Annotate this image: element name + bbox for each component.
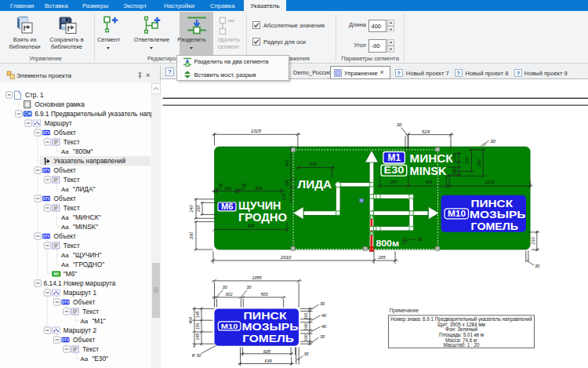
svg-text:30: 30 <box>490 139 495 144</box>
svg-text:МОЗЫРЬ: МОЗЫРЬ <box>470 209 526 220</box>
svg-text:30: 30 <box>396 122 401 127</box>
svg-text:Маршрут 2: Маршрут 2 <box>64 326 97 334</box>
svg-text:Объект: Объект <box>73 298 95 306</box>
svg-text:Aa: Aa <box>61 252 69 259</box>
svg-text:Маршрут 1: Маршрут 1 <box>64 289 97 297</box>
svg-text:529: 529 <box>421 129 430 134</box>
svg-text:МОЗЫРЬ: МОЗЫРЬ <box>241 321 299 333</box>
svg-text:968: 968 <box>247 224 255 228</box>
svg-text:Текст: Текст <box>82 345 99 353</box>
svg-text:30: 30 <box>319 334 325 339</box>
svg-text:145: 145 <box>194 311 199 318</box>
svg-text:ГОМЕЛЬ: ГОМЕЛЬ <box>242 333 294 344</box>
svg-text:418: 418 <box>309 162 317 166</box>
svg-text:МИНСК: МИНСК <box>409 151 453 165</box>
svg-text:100: 100 <box>303 323 308 330</box>
svg-text:M6: M6 <box>53 271 59 276</box>
svg-text:"М6": "М6" <box>64 270 77 278</box>
svg-text:ПИНСК: ПИНСК <box>243 310 287 322</box>
svg-text:ЛИДА: ЛИДА <box>297 177 332 191</box>
svg-text:Объект: Объект <box>54 232 76 240</box>
svg-text:503: 503 <box>260 292 268 297</box>
svg-text:145: 145 <box>194 333 199 341</box>
svg-text:OTV: OTV <box>62 338 69 342</box>
svg-text:"М1": "М1" <box>92 317 105 325</box>
svg-text:Основная рамка: Основная рамка <box>34 100 85 108</box>
svg-text:"MINSK": "MINSK" <box>73 223 98 231</box>
svg-text:ГРОДНО: ГРОДНО <box>238 210 287 224</box>
svg-text:Текст: Текст <box>64 204 80 212</box>
svg-text:464: 464 <box>187 317 192 324</box>
svg-text:Aa: Aa <box>61 224 69 231</box>
svg-text:150: 150 <box>195 204 200 212</box>
svg-text:2010: 2010 <box>279 255 291 260</box>
svg-text:Объект: Объект <box>54 166 76 174</box>
svg-text:639: 639 <box>264 359 271 363</box>
svg-text:"ЩУЧИН": "ЩУЧИН" <box>73 251 101 259</box>
svg-text:30: 30 <box>534 264 539 268</box>
svg-text:Текст: Текст <box>82 308 99 315</box>
svg-text:Текст: Текст <box>64 242 80 250</box>
svg-text:240: 240 <box>188 204 193 213</box>
svg-text:100: 100 <box>281 192 286 200</box>
svg-text:ГОМЕЛЬ: ГОМЕЛЬ <box>470 220 518 232</box>
svg-text:"Е30": "Е30" <box>92 355 108 363</box>
svg-text:Aa: Aa <box>61 186 69 193</box>
svg-text:40: 40 <box>321 324 326 329</box>
svg-text:"800м": "800м" <box>73 148 93 155</box>
svg-text:Объект: Объект <box>54 195 76 202</box>
svg-text:30: 30 <box>218 183 223 188</box>
svg-text:М1: М1 <box>387 152 401 163</box>
svg-text:6.14.1 Номер маршрута: 6.14.1 Номер маршрута <box>44 279 116 287</box>
svg-text:R 30: R 30 <box>191 353 201 358</box>
svg-text:100: 100 <box>452 154 456 162</box>
svg-text:Примечание: Примечание <box>389 308 419 314</box>
svg-text:"ГРОДНО": "ГРОДНО" <box>73 261 104 268</box>
svg-text:800м: 800м <box>376 239 399 248</box>
svg-text:530: 530 <box>255 186 263 191</box>
svg-text:270: 270 <box>465 156 470 165</box>
svg-text:6.9.1 Предварительный указател: 6.9.1 Предварительный указатель напра <box>34 110 151 118</box>
svg-text:Объект: Объект <box>54 129 76 137</box>
svg-text:ПИНСК: ПИНСК <box>470 198 514 210</box>
svg-text:Aa: Aa <box>61 214 69 221</box>
svg-text:100: 100 <box>303 313 308 320</box>
svg-text:30: 30 <box>319 301 325 306</box>
svg-text:265: 265 <box>377 255 386 260</box>
svg-text:469: 469 <box>425 180 432 184</box>
svg-text:350: 350 <box>188 231 193 239</box>
svg-text:30: 30 <box>246 285 252 290</box>
svg-text:OTV: OTV <box>42 169 49 173</box>
svg-text:Объект: Объект <box>73 336 95 344</box>
svg-text:350: 350 <box>476 158 481 166</box>
svg-text:OTV: OTV <box>42 131 49 135</box>
svg-text:30: 30 <box>417 237 423 242</box>
svg-text:"ЛИДА": "ЛИДА" <box>73 185 96 193</box>
svg-text:Aa: Aa <box>61 148 69 155</box>
svg-text:242: 242 <box>223 186 231 191</box>
svg-text:Масштаб: 1 : 20: Масштаб: 1 : 20 <box>443 342 480 348</box>
svg-text:1025: 1025 <box>250 129 261 133</box>
svg-text:Aa: Aa <box>61 261 69 268</box>
svg-text:30: 30 <box>303 352 309 356</box>
svg-text:30: 30 <box>241 183 246 188</box>
svg-text:150: 150 <box>194 322 199 330</box>
svg-text:Текст: Текст <box>64 176 80 184</box>
svg-text:1055: 1055 <box>252 275 262 280</box>
svg-text:М6: М6 <box>221 202 234 211</box>
svg-text:OTV: OTV <box>42 197 49 201</box>
svg-text:605: 605 <box>263 349 270 354</box>
svg-text:OTV: OTV <box>42 235 49 239</box>
svg-text:Aa: Aa <box>80 318 88 325</box>
svg-text:357: 357 <box>390 180 397 184</box>
svg-text:М10: М10 <box>448 209 466 218</box>
svg-text:"МИНСК": "МИНСК" <box>73 213 101 221</box>
svg-text:400: 400 <box>284 158 289 166</box>
svg-text:210: 210 <box>530 236 535 245</box>
svg-text:Е30: Е30 <box>383 165 404 176</box>
svg-text:40: 40 <box>321 313 326 318</box>
svg-text:Текст: Текст <box>64 138 80 146</box>
svg-text:Указатель направлений: Указатель направлений <box>54 157 126 165</box>
svg-text:100: 100 <box>452 166 457 174</box>
svg-text:30: 30 <box>222 285 227 290</box>
